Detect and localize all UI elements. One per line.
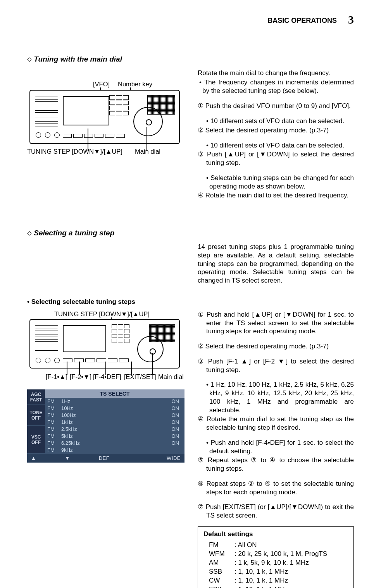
ds-mode: FSK bbox=[209, 585, 232, 588]
step-3-sub: • Selectable tuning steps can be changed… bbox=[198, 174, 354, 191]
callout-f2: [F-2•▼] bbox=[70, 373, 91, 381]
callout-line bbox=[131, 362, 132, 375]
callout-main-dial: Main dial bbox=[135, 148, 160, 155]
callout-f1: [F-1•▲] bbox=[46, 373, 67, 381]
radio-main-dial bbox=[137, 336, 164, 362]
s3-step-4-sub: • Push and hold [F-4•DEF] for 1 sec. to … bbox=[198, 439, 354, 456]
s3-step-3: ③ Push [F-1 ▲] or [F-2 ▼] to select the … bbox=[198, 357, 354, 374]
page-header: BASIC OPERATIONS 3 bbox=[27, 13, 354, 26]
ts-left-label: VSC bbox=[31, 434, 41, 440]
s3-step-3-sub: • 1 Hz, 10 Hz, 100 Hz, 1 kHz, 2.5 kHz, 5… bbox=[198, 381, 354, 414]
default-settings-table: FM: All ON WFM: 20 k, 25 k, 100 k, 1 M, … bbox=[209, 541, 348, 588]
small-knob-icon bbox=[54, 132, 60, 138]
ts-cell: 100Hz bbox=[59, 412, 134, 419]
s3-step-7: ⑦ Push [EXIT/SET] (or [▲UP]/[▼DOWN]) to … bbox=[198, 503, 354, 520]
s3-step-1: ① Push and hold [▲UP] or [▼DOWN] for 1 s… bbox=[198, 310, 354, 336]
radio-illustration bbox=[29, 90, 180, 144]
callout-line bbox=[79, 362, 80, 375]
radio-display bbox=[63, 96, 109, 125]
callout-line bbox=[105, 362, 106, 375]
ts-cell: ON bbox=[134, 405, 184, 412]
ts-cell: ON bbox=[134, 426, 184, 433]
ts-footer-label: WIDE bbox=[167, 455, 181, 461]
ds-mode: WFM bbox=[209, 550, 232, 558]
subheading-selectable-steps: • Selecting selectable tuning steps bbox=[27, 298, 354, 306]
callout-f4: [F-4•DEF] bbox=[93, 373, 121, 381]
ds-mode: SSB bbox=[209, 567, 232, 576]
s3-step-2: ② Select the desired operating mode. (p.… bbox=[198, 342, 354, 351]
step-2: ② Select the desired operating mode. (p.… bbox=[198, 126, 354, 135]
radio-display bbox=[63, 325, 106, 352]
ts-left-label: FAST bbox=[30, 397, 42, 403]
intro-bullet: • The frequency changes in increments de… bbox=[198, 78, 354, 95]
callout-main-dial-2: Main dial bbox=[158, 373, 184, 381]
ts-cell: FM bbox=[45, 398, 59, 405]
ts-title: TS SELECT bbox=[45, 389, 184, 398]
heading-selecting-tuning-step: ◇ Selecting a tuning step bbox=[27, 229, 354, 237]
ts-cell: 5kHz bbox=[59, 433, 134, 440]
ds-value: : 20 k, 25 k, 100 k, 1 M, ProgTS bbox=[234, 550, 348, 558]
ts-left-label: TONE bbox=[29, 410, 42, 415]
default-settings-title: Default settings bbox=[203, 530, 348, 538]
ts-cell: FM bbox=[45, 433, 59, 440]
callout-line bbox=[67, 362, 67, 375]
radio-left-buttons bbox=[35, 96, 58, 129]
small-knob-icon bbox=[45, 358, 50, 363]
small-knob-icon bbox=[54, 358, 60, 363]
radio-bottom-row bbox=[63, 134, 125, 139]
ds-value: : 1, 10, 1 k, 1 MHz bbox=[234, 576, 348, 585]
small-knob-icon bbox=[36, 132, 41, 138]
ds-value: : All ON bbox=[234, 541, 348, 549]
small-knob-icon bbox=[36, 358, 41, 363]
small-knob-icon bbox=[45, 132, 50, 138]
callout-exit: [EXIT/SET] bbox=[124, 373, 156, 381]
callout-vfo: [VFO] bbox=[93, 81, 110, 88]
ts-footer-label: ▼ bbox=[65, 455, 70, 461]
radio-illustration-2 bbox=[29, 319, 180, 369]
ts-footer-label: ▲ bbox=[31, 455, 36, 461]
step-1: ① Push the desired VFO number (0 to 9) a… bbox=[198, 102, 354, 110]
radio-bottom-row bbox=[63, 358, 129, 364]
step-2-sub: • 10 different sets of VFO data can be s… bbox=[198, 141, 354, 150]
radio-keypad bbox=[112, 324, 129, 343]
s3-step-6: ⑥ Repeat steps ② to ④ to set the selecta… bbox=[198, 480, 354, 497]
ts-cell: ON bbox=[134, 440, 184, 447]
radio-keypad bbox=[109, 95, 129, 115]
ts-cell: FM bbox=[45, 447, 59, 454]
step-1-sub: • 10 different sets of VFO data can be s… bbox=[198, 117, 354, 125]
ts-select-screen: AGC FAST TS SELECT FM1HzON TONE OFF FM10… bbox=[27, 389, 184, 454]
heading-text: Selecting a tuning step bbox=[34, 229, 114, 237]
ts-cell: ON bbox=[134, 412, 184, 419]
ts-cell: 2.5kHz bbox=[59, 426, 134, 433]
ds-mode: AM bbox=[209, 559, 232, 567]
intro-text: Rotate the main dial to change the frequ… bbox=[198, 69, 354, 77]
callout-tuning-step: TUNING STEP [DOWN▼]/[▲UP] bbox=[27, 148, 122, 155]
ts-cell: FM bbox=[45, 412, 59, 419]
ts-footer-bar: ▲ ▼ DEF WIDE bbox=[27, 454, 184, 463]
ts-cell: FM bbox=[45, 426, 59, 433]
heading-tuning-main-dial: ◇ Tuning with the main dial bbox=[27, 55, 354, 63]
chapter-number: 3 bbox=[348, 13, 354, 26]
ds-value: : 1, 10, 1 k, 1 MHz bbox=[234, 585, 348, 588]
radio-main-dial bbox=[133, 107, 163, 136]
ts-cell: 10Hz bbox=[59, 405, 134, 412]
step-4: ④ Rotate the main dial to set the desire… bbox=[198, 191, 354, 200]
callout-tuning-step-2: TUNING STEP [DOWN▼]/[▲UP] bbox=[54, 310, 150, 318]
diamond-icon: ◇ bbox=[27, 230, 32, 236]
ts-left-label: OFF bbox=[31, 415, 41, 421]
ds-mode: CW bbox=[209, 576, 232, 585]
section-name: BASIC OPERATIONS bbox=[267, 17, 337, 24]
ts-left-label: AGC bbox=[31, 392, 41, 397]
heading-text: Tuning with the main dial bbox=[34, 55, 122, 63]
ts-footer-label: DEF bbox=[99, 455, 110, 461]
step-3: ③ Push [▲UP] or [▼DOWN] to select the de… bbox=[198, 150, 354, 167]
default-settings-box: Default settings FM: All ON WFM: 20 k, 2… bbox=[198, 526, 354, 588]
callout-number-key: Number key bbox=[118, 81, 152, 88]
ts-cell: ON bbox=[134, 419, 184, 426]
ds-value: : 1, 10, 1 k, 1 MHz bbox=[234, 567, 348, 576]
ts-cell: 1Hz bbox=[59, 398, 134, 405]
ts-left-label: OFF bbox=[31, 440, 41, 445]
callout-line bbox=[152, 353, 153, 375]
ts-cell: FM bbox=[45, 405, 59, 412]
radio-left-buttons bbox=[35, 325, 58, 352]
